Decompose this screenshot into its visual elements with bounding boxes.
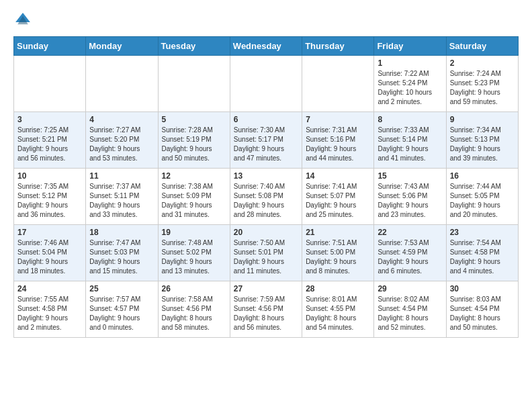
day-info: Sunrise: 7:40 AM Sunset: 5:08 PM Dayligh… xyxy=(234,182,298,220)
calendar-cell: 11Sunrise: 7:37 AM Sunset: 5:11 PM Dayli… xyxy=(86,169,158,225)
day-info: Sunrise: 7:33 AM Sunset: 5:14 PM Dayligh… xyxy=(378,126,442,163)
day-info: Sunrise: 7:54 AM Sunset: 4:58 PM Dayligh… xyxy=(450,238,515,276)
day-info: Sunrise: 7:35 AM Sunset: 5:12 PM Dayligh… xyxy=(17,182,82,220)
weekday-header: Sunday xyxy=(14,37,86,56)
calendar-cell: 18Sunrise: 7:47 AM Sunset: 5:03 PM Dayli… xyxy=(86,225,158,281)
day-number: 28 xyxy=(306,284,370,293)
calendar-cell xyxy=(302,56,374,112)
calendar-cell: 3Sunrise: 7:25 AM Sunset: 5:21 PM Daylig… xyxy=(14,112,86,169)
calendar-cell: 16Sunrise: 7:44 AM Sunset: 5:05 PM Dayli… xyxy=(446,169,518,225)
day-info: Sunrise: 8:03 AM Sunset: 4:54 PM Dayligh… xyxy=(450,295,515,332)
calendar-cell: 2Sunrise: 7:24 AM Sunset: 5:23 PM Daylig… xyxy=(446,56,518,112)
calendar-cell: 25Sunrise: 7:57 AM Sunset: 4:57 PM Dayli… xyxy=(86,281,158,338)
calendar-cell: 10Sunrise: 7:35 AM Sunset: 5:12 PM Dayli… xyxy=(14,169,86,225)
day-number: 23 xyxy=(450,228,515,237)
calendar-cell: 8Sunrise: 7:33 AM Sunset: 5:14 PM Daylig… xyxy=(374,112,446,169)
calendar-header-row: SundayMondayTuesdayWednesdayThursdayFrid… xyxy=(14,37,519,56)
day-info: Sunrise: 7:43 AM Sunset: 5:06 PM Dayligh… xyxy=(378,182,442,220)
calendar-cell: 6Sunrise: 7:30 AM Sunset: 5:17 PM Daylig… xyxy=(230,112,302,169)
weekday-header: Monday xyxy=(86,37,158,56)
calendar-week-row: 17Sunrise: 7:46 AM Sunset: 5:04 PM Dayli… xyxy=(14,225,519,281)
day-number: 1 xyxy=(378,58,442,68)
calendar-cell: 15Sunrise: 7:43 AM Sunset: 5:06 PM Dayli… xyxy=(374,169,446,225)
day-info: Sunrise: 7:44 AM Sunset: 5:05 PM Dayligh… xyxy=(450,182,515,220)
calendar-cell: 20Sunrise: 7:50 AM Sunset: 5:01 PM Dayli… xyxy=(230,225,302,281)
calendar-cell: 5Sunrise: 7:28 AM Sunset: 5:19 PM Daylig… xyxy=(158,112,230,169)
day-number: 27 xyxy=(234,284,298,293)
calendar-cell: 19Sunrise: 7:48 AM Sunset: 5:02 PM Dayli… xyxy=(158,225,230,281)
calendar-cell: 22Sunrise: 7:53 AM Sunset: 4:59 PM Dayli… xyxy=(374,225,446,281)
day-info: Sunrise: 7:34 AM Sunset: 5:13 PM Dayligh… xyxy=(450,126,515,163)
day-info: Sunrise: 7:46 AM Sunset: 5:04 PM Dayligh… xyxy=(17,238,82,276)
day-info: Sunrise: 7:51 AM Sunset: 5:00 PM Dayligh… xyxy=(306,238,370,276)
calendar-week-row: 1Sunrise: 7:22 AM Sunset: 5:24 PM Daylig… xyxy=(14,56,519,112)
day-number: 11 xyxy=(89,171,154,181)
calendar-cell: 13Sunrise: 7:40 AM Sunset: 5:08 PM Dayli… xyxy=(230,169,302,225)
day-number: 10 xyxy=(17,171,82,181)
day-number: 22 xyxy=(378,228,442,237)
calendar-cell: 12Sunrise: 7:38 AM Sunset: 5:09 PM Dayli… xyxy=(158,169,230,225)
calendar-cell: 28Sunrise: 8:01 AM Sunset: 4:55 PM Dayli… xyxy=(302,281,374,338)
weekday-header: Wednesday xyxy=(230,37,302,56)
calendar-cell: 9Sunrise: 7:34 AM Sunset: 5:13 PM Daylig… xyxy=(446,112,518,169)
day-number: 12 xyxy=(162,171,226,181)
day-number: 3 xyxy=(17,115,82,124)
page: SundayMondayTuesdayWednesdayThursdayFrid… xyxy=(0,0,532,351)
calendar-week-row: 3Sunrise: 7:25 AM Sunset: 5:21 PM Daylig… xyxy=(14,112,519,169)
calendar-cell: 24Sunrise: 7:55 AM Sunset: 4:58 PM Dayli… xyxy=(14,281,86,338)
day-number: 19 xyxy=(162,228,226,237)
day-info: Sunrise: 7:55 AM Sunset: 4:58 PM Dayligh… xyxy=(17,295,82,332)
weekday-header: Saturday xyxy=(446,37,518,56)
day-info: Sunrise: 8:01 AM Sunset: 4:55 PM Dayligh… xyxy=(306,295,370,332)
day-info: Sunrise: 7:47 AM Sunset: 5:03 PM Dayligh… xyxy=(89,238,154,276)
day-number: 30 xyxy=(450,284,515,293)
calendar-cell xyxy=(86,56,158,112)
weekday-header: Thursday xyxy=(302,37,374,56)
day-number: 7 xyxy=(306,115,370,124)
day-number: 14 xyxy=(306,171,370,181)
day-info: Sunrise: 7:28 AM Sunset: 5:19 PM Dayligh… xyxy=(162,126,226,163)
calendar-cell: 17Sunrise: 7:46 AM Sunset: 5:04 PM Dayli… xyxy=(14,225,86,281)
day-info: Sunrise: 7:53 AM Sunset: 4:59 PM Dayligh… xyxy=(378,238,442,276)
calendar-cell: 29Sunrise: 8:02 AM Sunset: 4:54 PM Dayli… xyxy=(374,281,446,338)
calendar-cell: 27Sunrise: 7:59 AM Sunset: 4:56 PM Dayli… xyxy=(230,281,302,338)
calendar-cell xyxy=(158,56,230,112)
calendar-cell: 26Sunrise: 7:58 AM Sunset: 4:56 PM Dayli… xyxy=(158,281,230,338)
day-info: Sunrise: 7:24 AM Sunset: 5:23 PM Dayligh… xyxy=(450,69,515,107)
day-info: Sunrise: 8:02 AM Sunset: 4:54 PM Dayligh… xyxy=(378,295,442,332)
calendar-cell xyxy=(230,56,302,112)
calendar-week-row: 10Sunrise: 7:35 AM Sunset: 5:12 PM Dayli… xyxy=(14,169,519,225)
day-number: 24 xyxy=(17,284,82,293)
day-info: Sunrise: 7:37 AM Sunset: 5:11 PM Dayligh… xyxy=(89,182,154,220)
calendar-week-row: 24Sunrise: 7:55 AM Sunset: 4:58 PM Dayli… xyxy=(14,281,519,338)
day-number: 21 xyxy=(306,228,370,237)
day-info: Sunrise: 7:31 AM Sunset: 5:16 PM Dayligh… xyxy=(306,126,370,163)
day-number: 6 xyxy=(234,115,298,124)
day-number: 2 xyxy=(450,58,515,68)
day-number: 17 xyxy=(17,228,82,237)
calendar-cell: 21Sunrise: 7:51 AM Sunset: 5:00 PM Dayli… xyxy=(302,225,374,281)
day-number: 5 xyxy=(162,115,226,124)
day-number: 13 xyxy=(234,171,298,181)
calendar-cell: 14Sunrise: 7:41 AM Sunset: 5:07 PM Dayli… xyxy=(302,169,374,225)
logo xyxy=(13,11,35,30)
day-info: Sunrise: 7:27 AM Sunset: 5:20 PM Dayligh… xyxy=(89,126,154,163)
calendar-cell xyxy=(14,56,86,112)
day-info: Sunrise: 7:30 AM Sunset: 5:17 PM Dayligh… xyxy=(234,126,298,163)
day-number: 9 xyxy=(450,115,515,124)
calendar-cell: 30Sunrise: 8:03 AM Sunset: 4:54 PM Dayli… xyxy=(446,281,518,338)
day-number: 18 xyxy=(89,228,154,237)
day-number: 26 xyxy=(162,284,226,293)
day-number: 29 xyxy=(378,284,442,293)
day-info: Sunrise: 7:38 AM Sunset: 5:09 PM Dayligh… xyxy=(162,182,226,220)
day-number: 16 xyxy=(450,171,515,181)
day-info: Sunrise: 7:59 AM Sunset: 4:56 PM Dayligh… xyxy=(234,295,298,332)
calendar-cell: 23Sunrise: 7:54 AM Sunset: 4:58 PM Dayli… xyxy=(446,225,518,281)
day-info: Sunrise: 7:25 AM Sunset: 5:21 PM Dayligh… xyxy=(17,126,82,163)
day-info: Sunrise: 7:41 AM Sunset: 5:07 PM Dayligh… xyxy=(306,182,370,220)
day-info: Sunrise: 7:57 AM Sunset: 4:57 PM Dayligh… xyxy=(89,295,154,332)
header xyxy=(13,11,519,30)
day-info: Sunrise: 7:48 AM Sunset: 5:02 PM Dayligh… xyxy=(162,238,226,276)
weekday-header: Tuesday xyxy=(158,37,230,56)
calendar-cell: 1Sunrise: 7:22 AM Sunset: 5:24 PM Daylig… xyxy=(374,56,446,112)
